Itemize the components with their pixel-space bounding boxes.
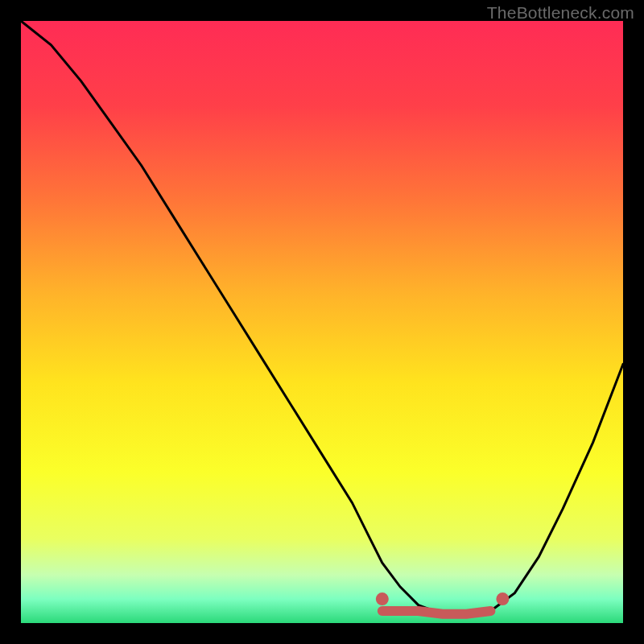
- watermark-text: TheBottleneck.com: [487, 3, 634, 23]
- optimal-range-bar: [382, 611, 491, 614]
- gradient-background: [21, 21, 623, 623]
- marker-left: [376, 592, 389, 605]
- marker-right: [496, 592, 509, 605]
- bottleneck-chart: [21, 21, 623, 623]
